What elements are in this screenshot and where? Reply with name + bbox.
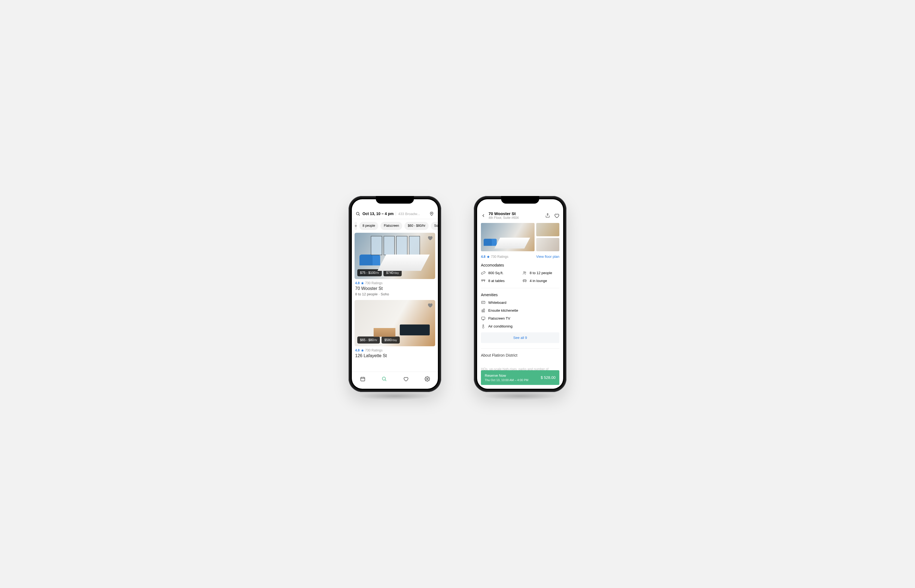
amenity-item: Flatscreen TV: [481, 316, 559, 321]
favorite-icon[interactable]: [554, 213, 559, 218]
tab-calendar[interactable]: [358, 375, 367, 384]
divider: [481, 288, 559, 288]
screen-search: Oct 13, 10 – 4 pm 433 Broadw... + 8 peop…: [352, 199, 438, 389]
listings-scroll[interactable]: $75 - $100/hr $740/day 4.8 730 Ratings 7…: [352, 233, 438, 372]
favorite-icon[interactable]: [427, 302, 433, 308]
tab-settings[interactable]: [423, 375, 432, 384]
filter-pill-people[interactable]: 8 people: [359, 222, 378, 230]
tab-search[interactable]: [380, 375, 389, 384]
accommodates-grid: 800 Sq.ft. 8 to 12 people 8 at tables: [481, 271, 559, 283]
svg-rect-21: [482, 310, 483, 312]
svg-point-2: [431, 213, 432, 214]
whiteboard-icon: [481, 300, 485, 305]
svg-rect-11: [481, 271, 485, 275]
detail-scroll[interactable]: 4.8 730 Ratings View floor plan Accomoda…: [477, 222, 563, 389]
amenity-item: Air conditioning: [481, 324, 559, 329]
sofa-icon: [522, 278, 527, 283]
phone-frame-right: 70 Wooster St 4th Floor, Suite #604: [474, 196, 566, 392]
rating-value: 4.8: [481, 255, 485, 258]
gallery-thumb[interactable]: [536, 238, 559, 251]
listing-photo: $75 - $100/hr $740/day: [354, 233, 435, 279]
floorplan-link[interactable]: View floor plan: [536, 255, 559, 258]
svg-rect-23: [482, 317, 485, 320]
share-icon[interactable]: [545, 213, 550, 218]
amenities-heading: Amenities: [481, 292, 559, 297]
rating-count: 730 Ratings: [365, 281, 383, 285]
acc-sqft: 800 Sq.ft.: [481, 271, 518, 275]
star-icon: [361, 349, 364, 352]
tab-favorites[interactable]: [401, 375, 410, 384]
filter-pill-more[interactable]: So: [431, 222, 438, 230]
table-icon: [481, 278, 485, 283]
detail-title: 70 Wooster St: [488, 211, 542, 216]
star-icon: [361, 281, 364, 285]
see-all-button[interactable]: See all 9: [481, 333, 559, 343]
search-icon: [356, 212, 360, 216]
amenities-list: Whiteboard Ensuite kitchenette Flatscree…: [481, 300, 559, 329]
filter-pill-price[interactable]: $60 - $80/hr: [404, 222, 428, 230]
gallery-thumb[interactable]: [536, 223, 559, 236]
photo-gallery[interactable]: [481, 223, 559, 251]
svg-rect-3: [361, 377, 365, 381]
listing-card[interactable]: $65 - $80/hr $580/day 4.8 730 Ratings 12…: [354, 300, 435, 358]
reserve-datetime: Thu Oct 13, 10:00 AM – 4:00 PM: [485, 378, 528, 382]
svg-rect-17: [523, 280, 526, 281]
tab-bar: [352, 372, 438, 389]
rating-value: 4.8: [355, 281, 360, 285]
reserve-title: Reserve Now: [485, 373, 528, 378]
add-filter-button[interactable]: +: [354, 222, 357, 230]
svg-point-7: [382, 377, 385, 380]
reserve-button[interactable]: Reserve Now Thu Oct 13, 10:00 AM – 4:00 …: [481, 370, 559, 385]
svg-rect-14: [482, 280, 485, 280]
svg-line-1: [359, 215, 360, 216]
svg-point-13: [525, 272, 526, 273]
acc-people: 8 to 12 people: [522, 271, 559, 275]
listing-title: 126 Lafayette St: [355, 353, 435, 358]
thermometer-icon: [481, 324, 485, 329]
phone-frame-left: Oct 13, 10 – 4 pm 433 Broadw... + 8 peop…: [349, 196, 441, 392]
price-badges: $75 - $100/hr $740/day: [357, 269, 402, 276]
screen-detail: 70 Wooster St 4th Floor, Suite #604: [477, 199, 563, 389]
listing-title: 70 Wooster St: [355, 286, 435, 291]
svg-point-0: [356, 212, 359, 215]
star-icon: [487, 255, 490, 258]
gallery-main-photo[interactable]: [481, 223, 535, 251]
rating-value: 4.8: [355, 349, 360, 352]
svg-rect-20: [482, 301, 485, 304]
people-icon: [522, 271, 527, 275]
filter-pill-screen[interactable]: Flatscreen: [380, 222, 402, 230]
listing-subline: 8 to 12 people·Soho: [355, 292, 435, 296]
listing-meta: 4.8 730 Ratings 126 Lafayette St: [354, 346, 435, 358]
listing-photo: $65 - $80/hr $580/day: [354, 300, 435, 346]
rating-count: 730 Ratings: [365, 349, 383, 352]
listing-meta: 4.8 730 Ratings 70 Wooster St 8 to 12 pe…: [354, 279, 435, 296]
tv-icon: [481, 316, 485, 321]
detail-subtitle: 4th Floor, Suite #604: [488, 216, 542, 220]
price-badges: $65 - $80/hr $580/day: [357, 336, 400, 344]
svg-point-9: [427, 378, 428, 380]
accommodates-heading: Accomodates: [481, 263, 559, 267]
notch: [376, 196, 414, 204]
favorite-icon[interactable]: [427, 235, 433, 241]
kitchenette-icon: [481, 308, 485, 313]
ruler-icon: [481, 271, 485, 275]
price-daily: $740/day: [383, 269, 402, 276]
amenity-item: Ensuite kitchenette: [481, 308, 559, 313]
search-location: 433 Broadw...: [396, 212, 427, 216]
rating-count: 730 Ratings: [491, 255, 508, 258]
rating-floorplan-row: 4.8 730 Ratings View floor plan: [481, 255, 559, 258]
notch: [501, 196, 539, 204]
acc-tables: 8 at tables: [481, 278, 518, 283]
about-heading: About Flatiron District: [481, 353, 559, 357]
back-icon[interactable]: [481, 213, 486, 218]
price-hourly: $75 - $100/hr: [357, 269, 382, 276]
svg-point-12: [524, 272, 524, 273]
search-query: Oct 13, 10 – 4 pm: [362, 212, 393, 216]
price-daily: $580/day: [382, 336, 400, 344]
listing-card[interactable]: $75 - $100/hr $740/day 4.8 730 Ratings 7…: [354, 233, 435, 296]
svg-rect-22: [483, 309, 485, 312]
location-pin-icon[interactable]: [429, 211, 434, 216]
svg-line-8: [385, 380, 386, 381]
reserve-price: $ 528.00: [541, 375, 556, 380]
acc-lounge: 4 in lounge: [522, 278, 559, 283]
